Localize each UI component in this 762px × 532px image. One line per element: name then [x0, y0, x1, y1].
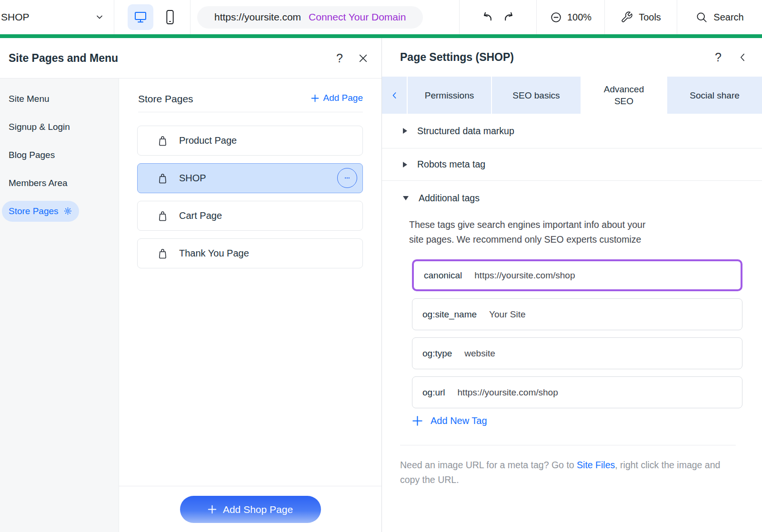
section-label: Additional tags [419, 193, 480, 204]
tab-social-share[interactable]: Social share [667, 77, 762, 114]
page-item-shop[interactable]: SHOP [137, 163, 363, 193]
sidebar-item-blog-pages[interactable]: Blog Pages [0, 141, 119, 169]
editor-topbar: SHOP https://yoursite.com Connect Your D… [0, 0, 762, 34]
meta-tag-og-site-name[interactable]: og:site_name Your Site [412, 298, 742, 330]
wrench-icon [621, 11, 633, 23]
page-item-label: Thank You Page [179, 248, 249, 259]
sidebar-item-label: Blog Pages [9, 150, 55, 160]
page-item-label: Cart Page [179, 210, 222, 221]
caret-down-icon [403, 196, 409, 200]
site-url-bar[interactable]: https://yoursite.com Connect Your Domain [197, 6, 423, 29]
help-icon[interactable]: ? [336, 51, 343, 65]
tag-value: https://yoursite.com/shop [458, 387, 558, 398]
page-item-cart-page[interactable]: Cart Page [137, 201, 363, 231]
sidebar-item-site-menu[interactable]: Site Menu [0, 85, 119, 113]
meta-tag-og-type[interactable]: og:type website [412, 337, 742, 369]
add-page-button[interactable]: Add Page [311, 93, 363, 103]
sidebar-item-label: Site Menu [9, 94, 50, 104]
pages-sidebar: Site Menu Signup & Login Blog Pages Memb… [0, 79, 119, 532]
tab-permissions[interactable]: Permissions [408, 77, 491, 114]
site-files-link[interactable]: Site Files [577, 460, 615, 470]
tag-value: Your Site [489, 309, 525, 320]
desktop-icon [133, 10, 148, 24]
section-robots-meta-tag[interactable]: Robots meta tag [382, 148, 762, 181]
divider [400, 445, 736, 445]
section-structured-data-markup[interactable]: Structured data markup [382, 114, 762, 148]
panel-title: Page Settings (SHOP) [400, 51, 514, 64]
mobile-icon [163, 9, 177, 25]
panel-title: Site Pages and Menu [9, 52, 118, 65]
page-item-label: SHOP [179, 173, 206, 184]
tag-name: og:type [422, 348, 452, 359]
meta-tag-canonical[interactable]: canonical https://yoursite.com/shop [412, 259, 742, 291]
page-options-button[interactable] [337, 168, 357, 188]
store-pages-list: Product Page SHOP Cart Page [137, 126, 363, 268]
tag-value: https://yoursite.com/shop [474, 270, 575, 281]
plus-icon [208, 505, 217, 514]
page-item-thank-you-page[interactable]: Thank You Page [137, 238, 363, 268]
page-settings-header: Page Settings (SHOP) ? [382, 38, 762, 77]
add-new-tag-label: Add New Tag [431, 415, 487, 426]
gear-icon[interactable] [63, 207, 72, 216]
connect-domain-link[interactable]: Connect Your Domain [309, 11, 406, 23]
topbar-accent-bar [0, 34, 762, 38]
shopping-bag-icon [157, 172, 169, 184]
tab-advanced-seo[interactable]: Advanced SEO [582, 77, 666, 114]
store-pages-title: Store Pages [138, 93, 193, 105]
collapse-panel-icon[interactable] [738, 52, 748, 62]
site-url: https://yoursite.com [214, 11, 301, 23]
device-switcher [114, 0, 190, 34]
tabs-scroll-left-button[interactable] [382, 77, 407, 114]
add-shop-page-label: Add Shop Page [223, 504, 293, 515]
chevron-left-icon [391, 91, 399, 99]
tag-value: website [464, 348, 495, 359]
sidebar-item-store-pages[interactable]: Store Pages [0, 197, 119, 225]
undo-button[interactable] [480, 10, 494, 24]
site-files-hint: Need an image URL for a meta tag? Go to … [400, 458, 739, 487]
add-shop-page-button[interactable]: Add Shop Page [180, 496, 321, 523]
help-icon[interactable]: ? [715, 50, 722, 64]
tools-menu[interactable]: Tools [605, 0, 677, 34]
search-label: Search [713, 12, 743, 23]
meta-tag-og-url[interactable]: og:url https://yoursite.com/shop [412, 376, 742, 408]
zoom-control[interactable]: 100% [537, 0, 605, 34]
search-icon [695, 11, 708, 23]
store-pages-content: Store Pages Add Page Product Page [119, 79, 381, 532]
tag-name: og:url [422, 387, 445, 398]
additional-tags-description: These tags give search engines important… [409, 217, 762, 247]
site-pages-panel: Site Pages and Menu ? Site Menu Signup &… [0, 38, 381, 532]
tag-name: og:site_name [422, 309, 477, 320]
section-additional-tags[interactable]: Additional tags [382, 181, 762, 215]
history-controls [460, 0, 537, 34]
tag-name: canonical [424, 270, 462, 281]
sidebar-item-members-area[interactable]: Members Area [0, 169, 119, 197]
plus-icon [311, 94, 319, 102]
shopping-bag-icon [157, 210, 169, 222]
page-item-product-page[interactable]: Product Page [137, 126, 363, 156]
section-label: Robots meta tag [417, 159, 485, 170]
ellipsis-icon [342, 173, 352, 183]
mobile-view-button[interactable] [163, 9, 177, 25]
search-menu[interactable]: Search [677, 0, 762, 34]
caret-right-icon [403, 128, 407, 134]
shopping-bag-icon [157, 135, 169, 147]
redo-button[interactable] [502, 10, 517, 24]
caret-right-icon [403, 162, 407, 167]
tab-seo-basics[interactable]: SEO basics [492, 77, 581, 114]
divider [138, 112, 363, 112]
sidebar-item-signup-login[interactable]: Signup & Login [0, 113, 119, 141]
shopping-bag-icon [157, 247, 169, 259]
page-selector[interactable]: SHOP [0, 0, 114, 34]
desktop-view-button[interactable] [128, 4, 153, 30]
close-icon[interactable] [358, 53, 368, 63]
tools-label: Tools [639, 12, 661, 23]
sidebar-item-label: Members Area [9, 178, 68, 188]
section-label: Structured data markup [417, 126, 514, 137]
page-settings-panel: Page Settings (SHOP) ? Permissions SEO b… [382, 38, 762, 532]
add-new-tag-button[interactable]: Add New Tag [412, 415, 487, 426]
zoom-level: 100% [567, 12, 592, 23]
site-pages-panel-header: Site Pages and Menu ? [0, 38, 381, 79]
page-selector-label: SHOP [1, 11, 30, 23]
redo-icon [502, 10, 517, 24]
settings-tabs: Permissions SEO basics Advanced SEO Soci… [382, 77, 762, 114]
